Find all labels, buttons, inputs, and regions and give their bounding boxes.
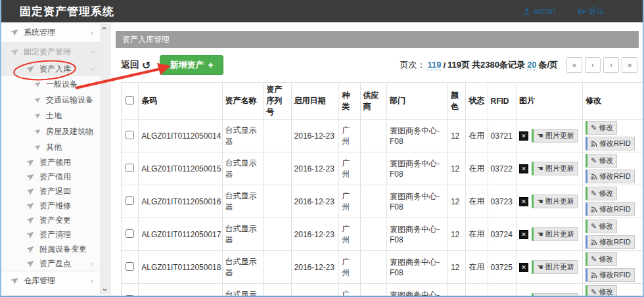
broken-image-icon: ✕ xyxy=(519,230,528,239)
modify-label: 修改 xyxy=(599,221,613,231)
user-link[interactable]: admin xyxy=(523,6,555,17)
row-checkbox[interactable] xyxy=(126,262,134,271)
picture-update-button[interactable]: ☚ 图片更新 xyxy=(532,293,578,297)
sidebar-item[interactable]: 资产借用 xyxy=(1,170,100,184)
picture-update-button[interactable]: ☚ 图片更新 xyxy=(532,227,578,241)
modify-button[interactable]: ✎ 修改 xyxy=(586,252,617,266)
row-checkbox-cell xyxy=(122,120,139,152)
row-checkbox[interactable] xyxy=(126,131,134,139)
navigate-arrow-icon xyxy=(10,28,18,36)
scroll-down-icon[interactable]: ‹ xyxy=(101,288,110,291)
sidebar-item[interactable]: 资产变更 xyxy=(1,213,100,227)
modify-button[interactable]: ✎ 修改 xyxy=(586,219,617,233)
picture-cell: ✕ ☚ 图片更新 xyxy=(516,284,582,297)
asset-name-cell: 台式显示器 xyxy=(222,218,264,251)
toolbar-buttons: 返回 ↺ 新增资产 + xyxy=(121,55,223,75)
table-header-row: 条码 资产名称 资产序列号 启用日期 种类 供应商 部门 颜色 状态 RFID … xyxy=(122,83,644,120)
modify-label: 修改 xyxy=(599,189,613,198)
picture-update-button[interactable]: ☚ 图片更新 xyxy=(532,260,578,274)
modify-button[interactable]: ✎ 修改 xyxy=(586,121,617,135)
picture-update-button[interactable]: ☚ 图片更新 xyxy=(532,162,578,175)
modify-rfid-button[interactable]: 修改RFID xyxy=(586,170,635,183)
scroll-up-icon[interactable]: ‹ xyxy=(101,27,110,30)
sidebar-item[interactable]: 固定资产管理 ‹ xyxy=(1,42,100,62)
department-cell: 寰图商务中心-F08 xyxy=(387,152,448,185)
sidebar-item-label: 其他 xyxy=(46,142,93,153)
sidebar-item[interactable]: 资产维修 xyxy=(1,198,100,213)
table-row: ALGZ01IT0112050014 台式显示器 2016-12-23 广州 寰… xyxy=(122,120,644,152)
kind-cell: 广州 xyxy=(339,218,360,251)
sidebar-item[interactable]: 资产盘点 ‹ xyxy=(1,256,100,271)
add-asset-button[interactable]: 新增资产 + xyxy=(160,55,223,75)
row-checkbox[interactable] xyxy=(126,229,134,238)
header-date: 启用日期 xyxy=(291,83,339,120)
sidebar-item-label: 仓库管理 xyxy=(24,275,91,286)
modify-button[interactable]: ✎ 修改 xyxy=(586,154,617,168)
modify-button[interactable]: ✎ 修改 xyxy=(586,187,617,200)
status-cell: 在用 xyxy=(466,120,488,152)
sidebar-item[interactable]: 资产领用 xyxy=(1,155,100,170)
navigate-arrow-icon xyxy=(26,187,34,195)
modify-cell: ✎ 修改 修改RFID xyxy=(582,120,643,152)
row-checkbox[interactable] xyxy=(126,295,134,297)
picture-update-button[interactable]: ☚ 图片更新 xyxy=(532,129,578,143)
supplier-cell xyxy=(360,284,386,297)
prev-page-button[interactable]: ‹ xyxy=(585,57,601,73)
sidebar-item[interactable]: 房屋及建筑物 xyxy=(1,124,100,139)
table-row: ALGZ01IT0112050015 台式显示器 2016-12-23 广州 寰… xyxy=(122,152,644,185)
logout-link[interactable]: 退出 xyxy=(578,6,605,17)
edit-pencil-icon: ✎ xyxy=(591,288,597,296)
row-checkbox[interactable] xyxy=(126,196,134,205)
sidebar-item[interactable]: 资产入库 ‹ xyxy=(1,62,100,76)
navigate-arrow-icon xyxy=(26,231,34,239)
header-serial: 资产序列号 xyxy=(264,83,291,120)
color-cell: 12 xyxy=(448,120,465,152)
header-color: 颜色 xyxy=(448,83,465,120)
hand-pointer-icon: ☚ xyxy=(537,197,543,206)
sidebar-item[interactable]: 土地 xyxy=(1,108,100,124)
modify-button[interactable]: ✎ 修改 xyxy=(586,285,617,297)
sidebar-item[interactable]: 一般设备 xyxy=(1,76,100,92)
sidebar-item[interactable]: 仓库管理 ‹ xyxy=(1,271,100,290)
first-page-button[interactable]: « xyxy=(566,57,582,73)
navigate-arrow-icon xyxy=(26,65,34,73)
sidebar-item[interactable]: 其他 xyxy=(1,139,100,155)
navigate-arrow-icon xyxy=(26,260,34,267)
navigate-arrow-icon xyxy=(10,277,18,285)
picture-update-button[interactable]: ☚ 图片更新 xyxy=(532,194,578,208)
user-link-label: admin xyxy=(534,7,555,16)
navigate-arrow-icon xyxy=(34,97,40,103)
modify-rfid-button[interactable]: 修改RFID xyxy=(586,268,635,282)
sidebar-item[interactable]: 附属设备变更 xyxy=(1,242,100,256)
undo-icon: ↺ xyxy=(142,59,150,72)
broken-image-icon: ✕ xyxy=(519,197,528,206)
page-size-link[interactable]: 20 xyxy=(527,60,536,70)
current-page-link[interactable]: 119 xyxy=(427,60,441,70)
sidebar-item[interactable]: 资产退回 xyxy=(1,184,100,198)
modify-cell: ✎ 修改 修改RFID xyxy=(582,152,643,185)
navigate-arrow-icon xyxy=(34,112,40,119)
sidebar-item[interactable]: 资产清理 xyxy=(1,227,100,242)
select-all-checkbox[interactable] xyxy=(126,96,134,104)
asset-name-cell: 台式显示器 xyxy=(222,251,264,284)
asset-name-cell: 台式显示器 xyxy=(222,284,264,297)
date-cell: 2016-12-23 xyxy=(291,218,339,251)
modify-rfid-button[interactable]: 修改RFID xyxy=(586,235,635,249)
modify-cell: ✎ 修改 修改RFID xyxy=(582,251,643,284)
modify-rfid-button[interactable]: 修改RFID xyxy=(586,137,635,150)
edit-pencil-icon: ✎ xyxy=(591,156,597,165)
date-cell: 2016-12-23 xyxy=(291,251,339,284)
row-checkbox[interactable] xyxy=(126,164,134,172)
kind-cell: 广州 xyxy=(339,120,360,152)
modify-rfid-button[interactable]: 修改RFID xyxy=(586,202,635,216)
header-links: admin 退出 xyxy=(523,6,605,17)
last-page-button[interactable]: » xyxy=(622,57,637,73)
user-icon xyxy=(523,8,530,15)
sidebar-item[interactable]: 系统管理 ‹ xyxy=(1,22,100,42)
back-button[interactable]: 返回 ↺ xyxy=(121,59,150,72)
next-page-button[interactable]: › xyxy=(603,57,619,73)
sidebar-scrollbar[interactable]: ‹ ‹ xyxy=(100,24,110,294)
rfid-signal-icon xyxy=(591,141,597,147)
broken-image-icon: ✕ xyxy=(519,131,528,141)
sidebar-item[interactable]: 交通运输设备 xyxy=(1,92,100,108)
